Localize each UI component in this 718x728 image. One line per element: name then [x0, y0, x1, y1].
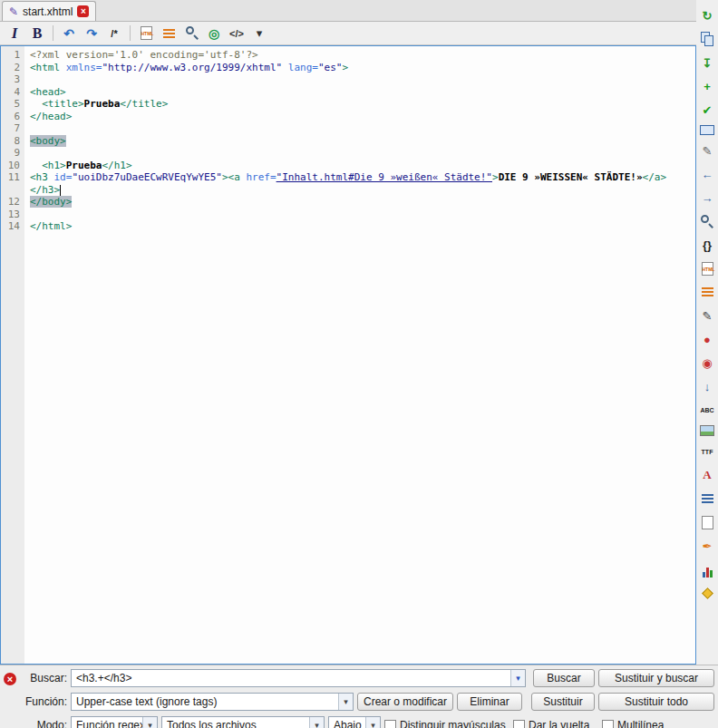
files-select[interactable]: Todos los archivos ▾: [161, 716, 325, 728]
special-characters-icon[interactable]: A: [699, 467, 715, 483]
checkbox-box[interactable]: [602, 720, 614, 728]
search-value[interactable]: <h3.+</h3>: [72, 672, 510, 684]
code-text[interactable]: [24, 209, 675, 221]
line-number: 13: [1, 209, 24, 221]
replace-button[interactable]: Sustituir: [531, 693, 595, 711]
code-text[interactable]: </html>: [24, 220, 675, 233]
pin-icon[interactable]: ◉: [699, 354, 715, 371]
arrow-down-icon[interactable]: ↓: [699, 378, 715, 394]
insert-html-button[interactable]: HTML: [139, 24, 153, 43]
italic-button[interactable]: I: [7, 24, 22, 43]
code-line[interactable]: 2<html xmlns="http://www.w3.org/1999/xht…: [1, 62, 695, 74]
pen-icon[interactable]: ✒: [699, 538, 715, 554]
code-line[interactable]: 3: [1, 73, 695, 86]
function-dropdown-icon[interactable]: ▾: [338, 694, 353, 710]
code-text[interactable]: <head>: [24, 86, 675, 99]
mode-dropdown-icon[interactable]: ▾: [142, 717, 157, 728]
back-icon[interactable]: ←: [699, 166, 715, 182]
clips-icon[interactable]: [699, 514, 715, 530]
code-text[interactable]: <html xmlns="http://www.w3.org/1999/xhtm…: [24, 62, 675, 74]
code-text[interactable]: </body>: [24, 196, 675, 209]
paste-icon[interactable]: ↧: [699, 54, 715, 71]
line-number: 8: [1, 135, 24, 148]
match-case-checkbox[interactable]: Distinguir mayúsculas: [384, 716, 506, 728]
comment-button[interactable]: /*: [107, 24, 121, 43]
line-number: 1: [1, 49, 24, 62]
report-icon[interactable]: [699, 561, 715, 578]
undo-button[interactable]: ↶: [62, 24, 76, 43]
right-toolbar: ↻↧+✔✎←→{}HTML✎●◉↓ABCTTFA✒: [696, 2, 718, 663]
pencil-icon[interactable]: ✎: [699, 307, 715, 324]
search-icon[interactable]: [699, 213, 715, 229]
code-line[interactable]: 11<h3 id="uoiDbz7uDaeECwRVEqYwYE5"><a hr…: [1, 171, 695, 196]
search-label: Buscar:: [18, 669, 67, 687]
code-text[interactable]: <body>: [24, 135, 675, 148]
function-select[interactable]: Upper-case text (ignore tags) ▾: [71, 693, 354, 711]
braces-icon[interactable]: {}: [699, 237, 715, 253]
bold-button[interactable]: B: [30, 24, 44, 43]
validate-icon[interactable]: ✔: [699, 102, 715, 118]
refresh-icon[interactable]: ↻: [699, 7, 715, 24]
code-text[interactable]: <?xml version='1.0' encoding='utf-8'?>: [24, 49, 675, 62]
preview-button[interactable]: [184, 24, 199, 43]
bug-icon[interactable]: ●: [699, 331, 715, 347]
search-input[interactable]: <h3.+</h3> ▾: [71, 669, 526, 687]
code-view-button[interactable]: </>: [229, 24, 244, 43]
direction-select[interactable]: Abajo ▾: [328, 716, 381, 728]
tag-icon[interactable]: [699, 585, 715, 601]
code-text[interactable]: [24, 122, 675, 135]
code-text[interactable]: </head>: [24, 111, 675, 123]
tab-close-icon[interactable]: ×: [77, 5, 89, 17]
find-button[interactable]: Buscar: [533, 669, 595, 687]
code-line[interactable]: 4<head>: [1, 86, 695, 99]
code-text[interactable]: <h3 id="uoiDbz7uDaeECwRVEqYwYE5"><a href…: [24, 171, 675, 196]
code-line[interactable]: 8<body>: [1, 135, 695, 148]
code-line[interactable]: 1<?xml version='1.0' encoding='utf-8'?>: [1, 49, 695, 62]
code-editor[interactable]: 1<?xml version='1.0' encoding='utf-8'?>2…: [0, 45, 696, 665]
top-toolbar: IB↶↷/*HTML◎</>▾: [0, 22, 696, 45]
search-dropdown-icon[interactable]: ▾: [510, 670, 525, 686]
anchor-button[interactable]: ◎: [207, 24, 221, 43]
code-text[interactable]: <title>Prueba</title>: [24, 98, 675, 111]
code-line[interactable]: 10 <h1>Prueba</h1>: [1, 160, 695, 172]
add-icon[interactable]: +: [699, 78, 715, 94]
code-text[interactable]: [24, 147, 675, 160]
dropdown-caret-icon[interactable]: ▾: [252, 24, 267, 43]
files-dropdown-icon[interactable]: ▾: [309, 717, 324, 728]
delete-button[interactable]: Eliminar: [457, 693, 522, 711]
replace-all-button[interactable]: Sustituir todo: [598, 693, 714, 711]
index-icon[interactable]: [699, 490, 715, 507]
code-line[interactable]: 7: [1, 122, 695, 135]
edit-icon[interactable]: ✎: [699, 142, 715, 159]
code-line[interactable]: 6</head>: [1, 111, 695, 123]
image-icon[interactable]: [700, 425, 714, 436]
font-icon[interactable]: TTF: [699, 443, 715, 460]
code-line[interactable]: 14</html>: [1, 220, 695, 233]
numbered-list-button[interactable]: [161, 24, 176, 43]
code-line[interactable]: 9: [1, 147, 695, 160]
text-cursor: [60, 185, 61, 196]
wrap-checkbox[interactable]: Dar la vuelta: [513, 716, 589, 728]
html-file-icon[interactable]: HTML: [699, 260, 715, 277]
code-line[interactable]: 5 <title>Prueba</title>: [1, 98, 695, 111]
code-line[interactable]: 12</body>: [1, 196, 695, 209]
code-text[interactable]: [24, 73, 675, 86]
multiline-checkbox[interactable]: Multilínea: [602, 716, 664, 728]
redo-button[interactable]: ↷: [84, 24, 99, 43]
numbered-list-icon[interactable]: [699, 284, 715, 300]
copy-icon[interactable]: [699, 31, 715, 47]
mode-select[interactable]: Función regex ▾: [71, 716, 158, 728]
search-error-icon[interactable]: ×: [4, 673, 16, 685]
create-modify-button[interactable]: Crear o modificar: [357, 693, 453, 711]
code-line[interactable]: 13: [1, 209, 695, 221]
spellcheck-icon[interactable]: ABC: [699, 402, 715, 418]
open-book-icon[interactable]: [700, 125, 714, 135]
checkbox-box[interactable]: [384, 720, 396, 728]
checkbox-box[interactable]: [513, 720, 525, 728]
direction-dropdown-icon[interactable]: ▾: [365, 717, 380, 728]
replace-and-find-button[interactable]: Sustituir y buscar: [598, 669, 714, 687]
forward-icon[interactable]: →: [699, 189, 715, 206]
code-text[interactable]: <h1>Prueba</h1>: [24, 160, 675, 172]
tab-start-xhtml[interactable]: ✎ start.xhtml ×: [2, 1, 96, 21]
files-value: Todos los archivos: [162, 719, 309, 728]
